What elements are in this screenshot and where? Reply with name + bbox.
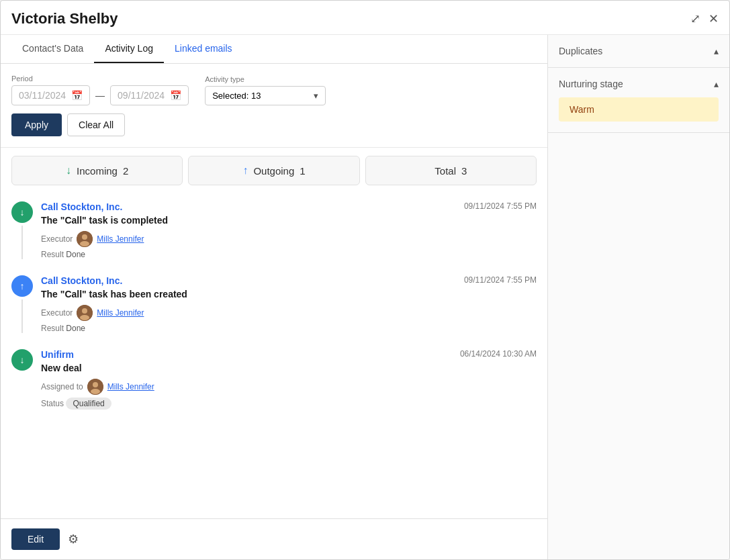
apply-button[interactable]: Apply xyxy=(11,113,62,136)
svg-point-1 xyxy=(82,234,87,240)
activity-circle-2: ↑ xyxy=(11,275,33,297)
activity-header-1: Call Stockton, Inc. 09/11/2024 7:55 PM xyxy=(41,201,537,212)
activity-type-label: Activity type xyxy=(205,75,326,83)
close-button[interactable]: ✕ xyxy=(709,11,719,26)
activity-header-2: Call Stockton, Inc. 09/11/2024 7:55 PM xyxy=(41,275,537,286)
stat-incoming[interactable]: ↓ Incoming 2 xyxy=(11,156,183,185)
clear-all-button[interactable]: Clear All xyxy=(67,113,125,136)
nurturing-header[interactable]: Nurturing stage ▴ xyxy=(559,79,719,89)
stat-outgoing[interactable]: ↑ Outgoing 1 xyxy=(188,156,359,185)
incoming-arrow-icon-3: ↓ xyxy=(20,355,25,365)
activity-type-value: Selected: 13 xyxy=(212,91,261,101)
tabs-bar: Contact's Data Activity Log Linked email… xyxy=(1,35,547,64)
result-row-2: Result Done xyxy=(41,324,537,333)
outgoing-count: 1 xyxy=(300,165,305,177)
activity-list: ↓ Call Stockton, Inc. 09/11/2024 7:55 PM… xyxy=(1,193,547,518)
status-row-3: Status Qualified xyxy=(41,398,537,410)
duplicates-section: Duplicates ▴ xyxy=(548,35,729,68)
activity-content-2: Call Stockton, Inc. 09/11/2024 7:55 PM T… xyxy=(41,275,537,333)
date-to-input[interactable]: 09/11/2024 📅 xyxy=(110,85,189,105)
activity-header-3: Unifirm 06/14/2024 10:30 AM xyxy=(41,349,537,360)
date-from-input[interactable]: 03/11/2024 📅 xyxy=(11,85,90,105)
duplicates-header[interactable]: Duplicates ▴ xyxy=(559,46,719,56)
activity-content-1: Call Stockton, Inc. 09/11/2024 7:55 PM T… xyxy=(41,201,537,259)
svg-point-5 xyxy=(80,315,89,320)
incoming-icon: ↓ xyxy=(66,165,71,177)
tab-contacts-data[interactable]: Contact's Data xyxy=(11,35,94,63)
activity-executor-1: Executor Mills Jennifer xyxy=(41,231,537,247)
bottom-bar: Edit ⚙ xyxy=(1,518,547,559)
status-badge-3: Qualified xyxy=(66,398,111,410)
window-title: Victoria Shelby xyxy=(11,10,118,28)
gear-icon: ⚙ xyxy=(68,532,79,546)
left-panel: Contact's Data Activity Log Linked email… xyxy=(1,35,548,559)
activity-company-3[interactable]: Unifirm xyxy=(41,349,74,360)
nurturing-chevron-icon: ▴ xyxy=(714,79,719,89)
filter-row: Period 03/11/2024 📅 — 09/11/2024 📅 xyxy=(11,75,537,105)
activity-content-3: Unifirm 06/14/2024 10:30 AM New deal Ass… xyxy=(41,349,537,410)
expand-button[interactable]: ⤢ xyxy=(690,11,700,26)
assigned-name-3[interactable]: Mills Jennifer xyxy=(107,382,154,391)
assigned-label-3: Assigned to xyxy=(41,382,83,391)
activity-time-2: 09/11/2024 7:55 PM xyxy=(464,275,537,285)
activity-assigned-3: Assigned to Mills Jennifer xyxy=(41,379,537,395)
filter-buttons: Apply Clear All xyxy=(11,113,537,136)
tab-linked-emails[interactable]: Linked emails xyxy=(164,35,243,63)
activity-icon-col-3: ↓ xyxy=(11,349,33,410)
close-icon: ✕ xyxy=(709,12,719,26)
activity-company-2[interactable]: Call Stockton, Inc. xyxy=(41,275,122,286)
activity-desc-1: The "Call" task is completed xyxy=(41,215,537,226)
activity-company-1[interactable]: Call Stockton, Inc. xyxy=(41,201,122,212)
svg-point-2 xyxy=(80,241,89,246)
date-range: 03/11/2024 📅 — 09/11/2024 📅 xyxy=(11,85,189,105)
date-separator: — xyxy=(95,90,105,101)
date-from-value: 03/11/2024 xyxy=(19,90,66,101)
activity-executor-2: Executor Mills Jennifer xyxy=(41,305,537,321)
title-actions: ⤢ ✕ xyxy=(690,11,719,26)
outgoing-arrow-icon: ↑ xyxy=(20,281,25,291)
settings-button[interactable]: ⚙ xyxy=(68,532,79,547)
activity-icon-col-2: ↑ xyxy=(11,275,33,333)
calendar-from-icon[interactable]: 📅 xyxy=(71,90,83,101)
stat-total[interactable]: Total 3 xyxy=(365,156,537,185)
incoming-count: 2 xyxy=(123,165,128,177)
nurturing-badge: Warm xyxy=(559,97,719,122)
date-to-value: 09/11/2024 xyxy=(118,90,165,101)
nurturing-section: Nurturing stage ▴ Warm xyxy=(548,68,729,133)
svg-point-7 xyxy=(93,382,98,387)
duplicates-chevron-icon: ▴ xyxy=(714,46,719,56)
executor-name-1[interactable]: Mills Jennifer xyxy=(97,234,144,244)
svg-point-8 xyxy=(91,389,100,394)
executor-avatar-1 xyxy=(77,231,93,247)
nurturing-label: Nurturing stage xyxy=(559,79,623,89)
filter-area: Period 03/11/2024 📅 — 09/11/2024 📅 xyxy=(1,64,547,148)
executor-name-2[interactable]: Mills Jennifer xyxy=(97,308,144,318)
activity-circle-3: ↓ xyxy=(11,349,33,371)
executor-avatar-2 xyxy=(77,305,93,321)
period-filter-group: Period 03/11/2024 📅 — 09/11/2024 📅 xyxy=(11,75,189,105)
activity-time-1: 09/11/2024 7:55 PM xyxy=(464,201,537,211)
tab-activity-log[interactable]: Activity Log xyxy=(94,35,164,63)
stats-row: ↓ Incoming 2 ↑ Outgoing 1 Total 3 xyxy=(1,148,547,193)
activity-item-2: ↑ Call Stockton, Inc. 09/11/2024 7:55 PM… xyxy=(11,275,537,333)
outgoing-icon: ↑ xyxy=(242,165,248,177)
activity-type-select[interactable]: Selected: 13 ▾ xyxy=(205,86,326,105)
duplicates-label: Duplicates xyxy=(559,46,602,56)
assigned-avatar-3 xyxy=(87,379,103,395)
incoming-arrow-icon: ↓ xyxy=(20,207,25,218)
result-value-1: Done xyxy=(66,250,85,259)
period-label: Period xyxy=(11,75,189,83)
total-count: 3 xyxy=(461,165,467,177)
right-panel: Duplicates ▴ Nurturing stage ▴ Warm xyxy=(548,35,729,559)
title-bar: Victoria Shelby ⤢ ✕ xyxy=(1,1,729,35)
chevron-down-icon: ▾ xyxy=(314,91,318,101)
activity-circle-1: ↓ xyxy=(11,201,33,223)
edit-button[interactable]: Edit xyxy=(11,528,60,550)
result-row-1: Result Done xyxy=(41,250,537,259)
result-label-1: Result xyxy=(41,250,64,259)
status-label-3: Status xyxy=(41,399,64,408)
result-value-2: Done xyxy=(66,324,85,333)
activity-line-1 xyxy=(21,226,23,259)
executor-label-2: Executor xyxy=(41,308,73,318)
calendar-to-icon[interactable]: 📅 xyxy=(170,90,181,101)
